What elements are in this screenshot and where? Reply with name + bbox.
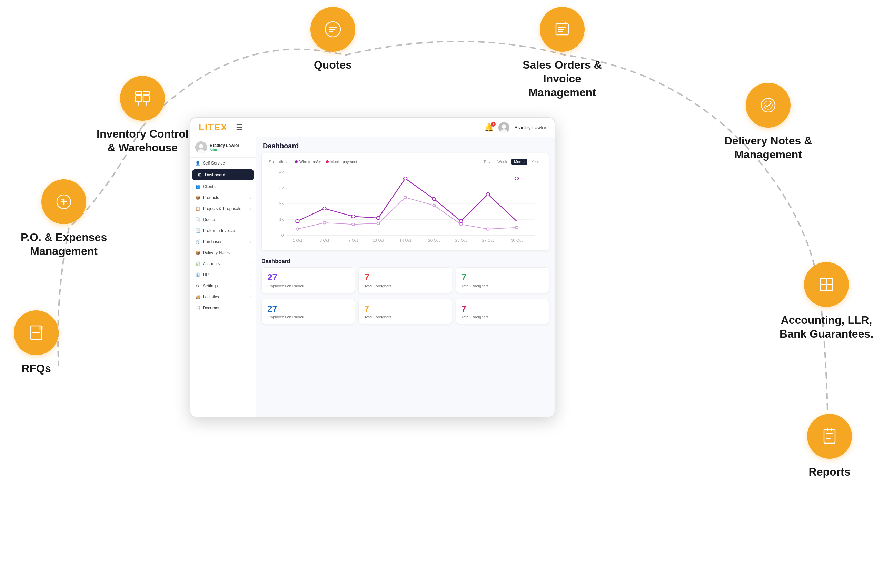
sidebar-item-self-service[interactable]: 👤 Self Service xyxy=(190,158,256,169)
svg-rect-4 xyxy=(820,278,826,285)
accounts-chevron: ‹ xyxy=(250,262,251,266)
bell-icon[interactable]: 🔔 1 xyxy=(484,123,493,132)
logistics-chevron: ‹ xyxy=(250,295,251,299)
sidebar-item-delivery[interactable]: 📦 Delivery Notes xyxy=(190,247,256,258)
stat-number-payroll-2: 27 xyxy=(267,304,349,314)
node-label-reports: Reports xyxy=(809,465,851,478)
svg-point-42 xyxy=(322,207,326,210)
svg-point-46 xyxy=(432,198,436,201)
purchases-icon: 🛒 xyxy=(195,239,200,244)
svg-point-10 xyxy=(39,326,43,330)
browser-topbar: LITEX ☰ 🔔 1 Bradley Lawlor xyxy=(190,118,555,137)
hr-icon: 👔 xyxy=(195,273,200,277)
node-label-po: P.O. & ExpensesManagement xyxy=(21,230,107,258)
sidebar-item-purchases[interactable]: 🛒 Purchases ‹ xyxy=(190,236,256,247)
svg-point-2 xyxy=(761,98,775,112)
accounts-icon: 📊 xyxy=(195,261,200,266)
svg-point-47 xyxy=(459,220,463,223)
sidebar-item-projects[interactable]: 📋 Projects & Proposals ‹ xyxy=(190,203,256,214)
sidebar-item-products[interactable]: 📦 Products ‹ xyxy=(190,192,256,203)
svg-rect-14 xyxy=(136,92,142,95)
stat-card-foreigners-4: 7 Total Foreigners xyxy=(456,298,549,324)
svg-rect-12 xyxy=(136,96,142,102)
stat-card-foreigners-3: 7 Total Foreigners xyxy=(358,298,452,324)
projects-chevron: ‹ xyxy=(250,207,251,211)
app-body: Bradley Lawlor Admin 👤 Self Service ⊞ Da… xyxy=(190,137,555,417)
node-label-rfqs: RFQs xyxy=(21,362,51,375)
filter-month[interactable]: Month xyxy=(511,159,528,165)
svg-point-55 xyxy=(433,204,435,207)
line-chart-svg: 4k 3k 2k 1k 0 1 Oct 3 Oct 7 Oct 10 Oct 1… xyxy=(269,169,542,245)
sidebar-item-hr[interactable]: 👔 HR ‹ xyxy=(190,269,256,280)
stats-grid-row2: 27 Employees on Payroll 7 Total Foreigne… xyxy=(256,298,555,330)
orbit-node-rfqs[interactable]: RFQs xyxy=(14,310,58,375)
quotes-sidebar-icon: 📄 xyxy=(195,217,200,222)
chart-filter: Day Week Month Year xyxy=(481,159,542,165)
orbit-circle-rfqs xyxy=(14,310,58,355)
sidebar-label-proforma: Proforma Invoices xyxy=(203,228,236,233)
hamburger-icon[interactable]: ☰ xyxy=(236,123,243,132)
sidebar-item-accounts[interactable]: 📊 Accounts ‹ xyxy=(190,258,256,269)
filter-day[interactable]: Day xyxy=(481,159,493,165)
svg-text:30 Oct: 30 Oct xyxy=(511,238,523,242)
dashboard-icon: ⊞ xyxy=(197,172,202,177)
main-page-title: Dashboard xyxy=(256,137,555,153)
sidebar-item-clients[interactable]: 👥 Clients xyxy=(190,181,256,192)
svg-point-56 xyxy=(459,223,462,225)
svg-point-53 xyxy=(377,222,380,225)
legend-mobile: Mobile payment xyxy=(326,160,357,164)
sidebar-label-purchases: Purchases xyxy=(203,239,222,244)
svg-point-44 xyxy=(377,217,380,220)
sidebar-item-proforma[interactable]: 📃 Proforma Invoices xyxy=(190,225,256,236)
orbit-node-quotes[interactable]: Quotes xyxy=(310,7,355,72)
user-avatar xyxy=(498,122,510,133)
sidebar-item-document[interactable]: 📑 Document xyxy=(190,303,256,314)
svg-point-54 xyxy=(404,196,407,199)
sidebar-item-settings[interactable]: ⚙ Settings ‹ xyxy=(190,280,256,291)
orbit-node-accounting[interactable]: Accounting, LLR,Bank Guarantees. xyxy=(780,262,873,341)
svg-point-57 xyxy=(487,228,489,230)
orbit-node-sales[interactable]: Sales Orders &Invoice Management xyxy=(510,7,614,99)
clients-icon: 👥 xyxy=(195,184,200,189)
stat-number-payroll-1: 27 xyxy=(267,273,349,282)
sidebar-label-clients: Clients xyxy=(203,184,216,189)
legend-dot-wire xyxy=(295,160,298,163)
sidebar-label-hr: HR xyxy=(203,273,209,277)
settings-chevron: ‹ xyxy=(250,284,251,288)
svg-point-48 xyxy=(486,193,489,196)
chart-svg-container: 4k 3k 2k 1k 0 1 Oct 3 Oct 7 Oct 10 Oct 1… xyxy=(269,169,542,245)
orbit-node-po[interactable]: P.O. & ExpensesManagement xyxy=(21,179,107,258)
stat-number-foreigners-2: 7 xyxy=(462,273,543,282)
stat-card-foreigners-2: 7 Total Foreigners xyxy=(456,267,549,293)
settings-icon: ⚙ xyxy=(195,284,200,288)
sidebar-label-document: Document xyxy=(203,306,222,310)
svg-text:2k: 2k xyxy=(279,201,284,206)
sidebar-item-logistics[interactable]: 🚚 Logistics ‹ xyxy=(190,291,256,303)
svg-point-49 xyxy=(515,177,519,180)
products-chevron: ‹ xyxy=(250,196,251,200)
chart-header: Statistics Wire transfer Mobile payment xyxy=(269,159,542,165)
sidebar-item-quotes[interactable]: 📄 Quotes xyxy=(190,214,256,225)
svg-text:1k: 1k xyxy=(279,217,284,221)
orbit-node-delivery[interactable]: Delivery Notes &Management xyxy=(724,83,812,161)
sidebar-label-dashboard: Dashboard xyxy=(205,172,225,177)
svg-text:3 Oct: 3 Oct xyxy=(320,238,329,242)
topbar-right: 🔔 1 Bradley Lawlor xyxy=(484,122,546,133)
stat-number-foreigners-4: 7 xyxy=(462,304,543,314)
statistics-card: Statistics Wire transfer Mobile payment xyxy=(261,153,549,251)
stats-grid-row1: 27 Employees on Payroll 7 Total Foreigne… xyxy=(256,267,555,298)
stat-number-foreigners-1: 7 xyxy=(364,273,446,282)
stat-label-foreigners-2: Total Foreigners xyxy=(462,284,543,288)
orbit-node-reports[interactable]: Reports xyxy=(807,414,852,478)
user-name-topbar: Bradley Lawlor xyxy=(514,125,546,130)
filter-year[interactable]: Year xyxy=(529,159,542,165)
chart-title: Statistics xyxy=(269,159,286,165)
sidebar-item-dashboard[interactable]: ⊞ Dashboard xyxy=(192,170,253,180)
filter-week[interactable]: Week xyxy=(495,159,510,165)
orbit-node-inventory[interactable]: Inventory Control& Warehouse xyxy=(97,76,189,154)
dashboard-section-title: Dashboard xyxy=(256,255,555,267)
svg-point-41 xyxy=(295,220,299,223)
stat-number-foreigners-3: 7 xyxy=(364,304,446,314)
svg-rect-15 xyxy=(143,92,149,95)
sidebar-user: Bradley Lawlor Admin xyxy=(190,137,256,158)
